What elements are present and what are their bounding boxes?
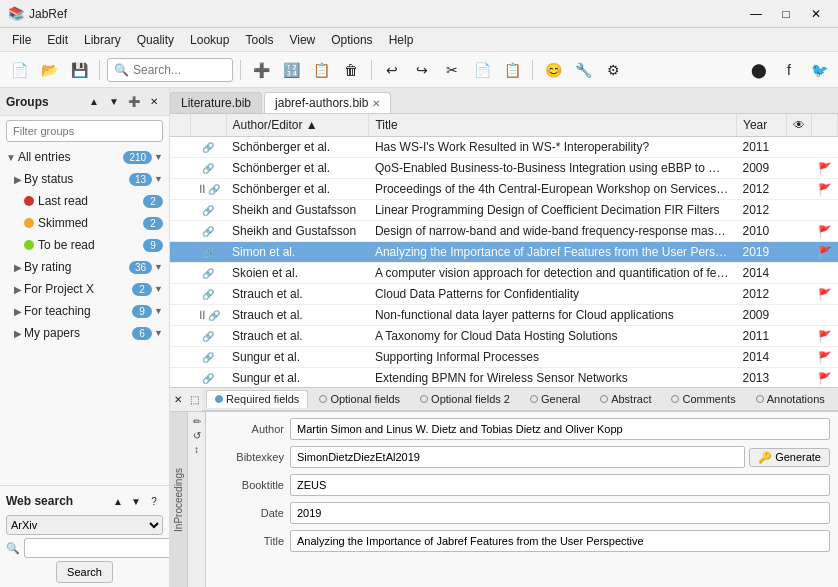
table-row[interactable]: 🔗 Skoien et al. A computer vision approa… [170,263,838,284]
sidebar-item-7[interactable]: ▶For teaching9▼ [0,300,169,322]
table-row[interactable]: 🔗 Strauch et al. Cloud Data Patterns for… [170,284,838,305]
row-check[interactable] [170,263,190,284]
sidebar-item-4[interactable]: To be read9 [0,234,169,256]
settings-button[interactable]: ⚙ [600,57,626,83]
field-input-title[interactable] [290,530,830,552]
ws-search-button[interactable]: Search [56,561,113,583]
editor-tab-0[interactable]: Required fields [206,390,308,408]
menu-item-library[interactable]: Library [76,31,129,49]
editor-refresh-button[interactable]: ↺ [193,430,201,441]
menu-item-edit[interactable]: Edit [39,31,76,49]
minimize-button[interactable]: — [742,4,770,24]
tab-1[interactable]: jabref-authors.bib✕ [264,92,391,113]
ws-up-button[interactable]: ▲ [109,492,127,510]
row-check[interactable] [170,347,190,368]
new-library-button[interactable]: 📄 [6,57,32,83]
table-row[interactable]: 🔗 Strauch et al. A Taxonomy for Cloud Da… [170,326,838,347]
table-row[interactable]: 🔗 Sheikh and Gustafsson Design of narrow… [170,221,838,242]
menu-item-quality[interactable]: Quality [129,31,182,49]
delete-entry-button[interactable]: 🗑 [338,57,364,83]
field-input-author[interactable] [290,418,830,440]
table-row[interactable]: ⏸🔗 Strauch et al. Non-functional data la… [170,305,838,326]
paste-button[interactable]: 📋 [499,57,525,83]
col-flag[interactable] [812,114,838,137]
col-read[interactable]: 👁 [787,114,812,137]
row-check[interactable] [170,326,190,347]
editor-tab-6[interactable]: Annotations [747,390,834,408]
sidebar-down-button[interactable]: ▼ [105,93,123,111]
table-row[interactable]: ⏸🔗 Schönberger et al. Proceedings of the… [170,179,838,200]
search-input[interactable] [133,63,226,77]
menu-item-view[interactable]: View [281,31,323,49]
sidebar-item-5[interactable]: ▶By rating36▼ [0,256,169,278]
copy-button[interactable]: 📄 [469,57,495,83]
add-entry-button[interactable]: ➕ [248,57,274,83]
editor-tab-4[interactable]: Abstract [591,390,660,408]
cut-button[interactable]: ✂ [439,57,465,83]
row-check[interactable] [170,368,190,388]
col-year[interactable]: Year [737,114,787,137]
col-status[interactable] [190,114,226,137]
table-row[interactable]: 🔗 Simon et al. Analyzing the Importance … [170,242,838,263]
row-check[interactable] [170,137,190,158]
twitter-button[interactable]: 🐦 [806,57,832,83]
menu-item-file[interactable]: File [4,31,39,49]
github-button[interactable]: ⬤ [746,57,772,83]
add-from-id-button[interactable]: 🔢 [278,57,304,83]
menu-item-help[interactable]: Help [381,31,422,49]
generate-button[interactable]: 🔑 Generate [749,448,830,467]
tab-0[interactable]: Literature.bib [170,92,262,113]
editor-tab-3[interactable]: General [521,390,589,408]
undo-button[interactable]: ↩ [379,57,405,83]
table-row[interactable]: 🔗 Sungur et al. Supporting Informal Proc… [170,347,838,368]
facebook-button[interactable]: f [776,57,802,83]
editor-tab-1[interactable]: Optional fields [310,390,409,408]
table-row[interactable]: 🔗 Schönberger et al. QoS-Enabled Busines… [170,158,838,179]
row-check[interactable] [170,305,190,326]
row-check[interactable] [170,158,190,179]
menu-item-lookup[interactable]: Lookup [182,31,237,49]
ws-source-select[interactable]: ArXivCrossRefPubMedDBLP [6,515,163,535]
ws-settings-button[interactable]: ? [145,492,163,510]
tab-close-button[interactable]: ✕ [372,98,380,109]
table-row[interactable]: 🔗 Sungur et al. Extending BPMN for Wirel… [170,368,838,388]
menu-item-options[interactable]: Options [323,31,380,49]
editor-tab-5[interactable]: Comments [662,390,744,408]
bibtexkey-input[interactable] [290,446,745,468]
open-button[interactable]: 📂 [36,57,62,83]
col-title[interactable]: Title [369,114,737,137]
editor-expand2-button[interactable]: ↕ [194,444,199,455]
field-input-booktitle[interactable] [290,474,830,496]
sidebar-remove-button[interactable]: ✕ [145,93,163,111]
field-input-date[interactable] [290,502,830,524]
emoji-button[interactable]: 😊 [540,57,566,83]
editor-close-button[interactable]: ✕ [170,392,186,408]
redo-button[interactable]: ↪ [409,57,435,83]
sidebar-item-6[interactable]: ▶For Project X2▼ [0,278,169,300]
sidebar-add-button[interactable]: ➕ [125,93,143,111]
search-web-button[interactable]: 🔧 [570,57,596,83]
maximize-button[interactable]: □ [772,4,800,24]
sidebar-item-1[interactable]: ▶By status13▼ [0,168,169,190]
close-button[interactable]: ✕ [802,4,830,24]
save-button[interactable]: 💾 [66,57,92,83]
menu-item-tools[interactable]: Tools [237,31,281,49]
row-check[interactable] [170,284,190,305]
row-check[interactable] [170,179,190,200]
sidebar-item-8[interactable]: ▶My papers6▼ [0,322,169,344]
add-from-text-button[interactable]: 📋 [308,57,334,83]
table-row[interactable]: 🔗 Sheikh and Gustafsson Linear Programmi… [170,200,838,221]
sidebar-up-button[interactable]: ▲ [85,93,103,111]
sidebar-item-2[interactable]: Last read2 [0,190,169,212]
row-check[interactable] [170,221,190,242]
editor-tab-2[interactable]: Optional fields 2 [411,390,519,408]
col-author[interactable]: Author/Editor ▲ [226,114,369,137]
row-check[interactable] [170,200,190,221]
ws-search-input[interactable] [24,538,170,558]
sidebar-item-3[interactable]: Skimmed2 [0,212,169,234]
table-row[interactable]: 🔗 Schönberger et al. Has WS-I's Work Res… [170,137,838,158]
editor-pencil-button[interactable]: ✏ [193,416,201,427]
col-check[interactable] [170,114,190,137]
ws-down-button[interactable]: ▼ [127,492,145,510]
filter-groups-input[interactable] [6,120,163,142]
